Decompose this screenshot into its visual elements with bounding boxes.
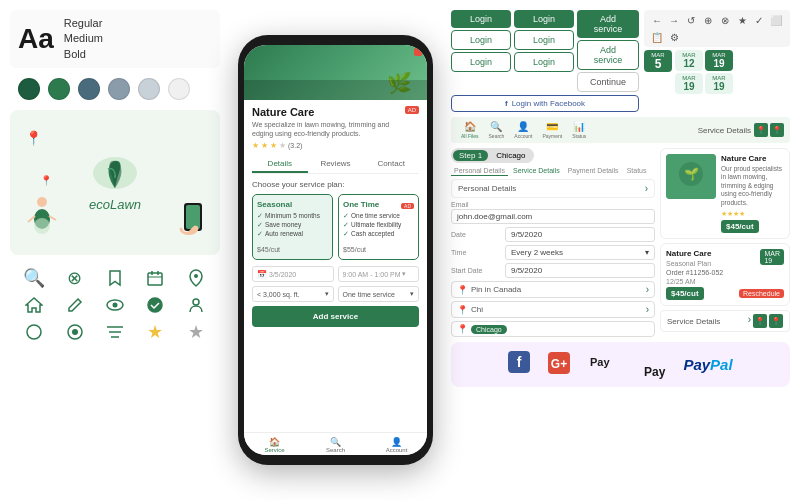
close-circle-icon[interactable]: ⊗ [58, 267, 90, 289]
radio-icon[interactable] [58, 321, 90, 343]
service-pin-icon[interactable]: 📍 [753, 314, 767, 328]
login-btn-4[interactable]: Login [514, 10, 574, 28]
login-btn-2[interactable]: Login [451, 30, 511, 50]
star-2: ★ [261, 141, 268, 150]
edit-icon[interactable] [58, 297, 90, 313]
date-card-mar5[interactable]: MAR 5 [644, 50, 672, 72]
tab-service-details[interactable]: Service Details [510, 166, 563, 176]
date-card-mar12[interactable]: MAR 12 [675, 50, 703, 71]
login-btn-6[interactable]: Login [514, 52, 574, 72]
bookmark-icon[interactable] [99, 267, 131, 289]
add-service-button[interactable]: Add service [252, 306, 419, 327]
toolbar-add-icon[interactable]: ⊕ [701, 13, 715, 27]
time-select[interactable]: Every 2 weeks▾ [505, 245, 655, 260]
apple-pay-icon[interactable]: Pay Pay [588, 350, 665, 379]
start-date-input[interactable]: 9/5/2020 [505, 263, 655, 278]
search-nav-icon: 🔍 [305, 437, 366, 447]
facebook-login-btn[interactable]: f Login with Facebook [451, 95, 639, 112]
phone-content: Nature Care We specialize in lawn mowing… [244, 100, 427, 432]
toolbar-copy-icon[interactable]: 📋 [650, 30, 664, 44]
lawn-mower-icon: 🌿 [387, 71, 412, 95]
star-full-icon[interactable]: ★ [139, 321, 171, 343]
star-1: ★ [252, 141, 259, 150]
google-plus-payment-icon[interactable]: G+ [548, 352, 570, 378]
step1-option[interactable]: Step 1 [453, 150, 488, 161]
continue-btn[interactable]: Continue [577, 72, 639, 92]
location-chevron-2[interactable]: › [646, 304, 649, 315]
service-pin-icon-2[interactable]: 📍 [769, 314, 783, 328]
nav-search[interactable]: 🔍 Search [485, 120, 509, 140]
phone-time-input[interactable]: 9:00 AM - 1:00 PM ▾ [338, 266, 420, 282]
person-illustration [20, 194, 65, 243]
tab-payment-details[interactable]: Payment Details [565, 166, 622, 176]
circle-icon[interactable] [18, 321, 50, 343]
phone-area-select[interactable]: < 3,000 sq. ft.▾ [252, 286, 334, 302]
plan-seasonal[interactable]: Seasonal ✓Minimum 5 months ✓Save money ✓… [252, 194, 333, 260]
service-card-date-2: MAR19 [760, 249, 784, 265]
nav-status[interactable]: 📊 Status [568, 120, 590, 140]
login-col-1: Login Login Login [451, 10, 511, 92]
toolbar-square-icon[interactable]: ⬜ [769, 13, 783, 27]
service-card-price-1: $45/cut [721, 220, 759, 233]
add-service-btn-1[interactable]: Add service [577, 10, 639, 38]
add-service-btn-2[interactable]: Add service [577, 40, 639, 70]
search-icon[interactable]: 🔍 [18, 267, 50, 289]
service-detail-pin-icon-2[interactable]: 📍 [770, 123, 784, 137]
chicago-option[interactable]: Chicago [490, 150, 531, 161]
nav-all-files[interactable]: 🏠 All Files [457, 120, 483, 140]
date-card-mar19-2[interactable]: MAR 19 [675, 73, 703, 94]
tab-details[interactable]: Details [252, 156, 308, 173]
service-details-chevron[interactable]: › [748, 314, 751, 328]
date-card-mar19-3[interactable]: MAR 19 [705, 73, 733, 94]
toolbar-check-icon[interactable]: ✓ [752, 13, 766, 27]
login-btn-3[interactable]: Login [451, 52, 511, 72]
facebook-payment-icon[interactable]: f [508, 351, 530, 378]
toolbar-star-icon[interactable]: ★ [735, 13, 749, 27]
date-input[interactable]: 9/5/2020 [505, 227, 655, 242]
eye-icon[interactable] [99, 297, 131, 313]
tab-personal-details[interactable]: Personal Details [451, 166, 508, 176]
location-pin-1: 📍 [457, 285, 468, 295]
nav-account[interactable]: 👤 Account [510, 120, 536, 140]
login-btn-1[interactable]: Login [451, 10, 511, 28]
phone-nav-account[interactable]: 👤 Account [366, 437, 427, 453]
tab-status[interactable]: Status [624, 166, 650, 176]
phone-service-select[interactable]: One time service▾ [338, 286, 420, 302]
toolbar-close-icon[interactable]: ⊗ [718, 13, 732, 27]
reschedule-badge[interactable]: Reschedule [739, 289, 784, 298]
payment-icon-nav: 💳 [546, 121, 558, 132]
check-circle-icon[interactable] [139, 297, 171, 313]
tab-reviews[interactable]: Reviews [308, 156, 364, 173]
filter-icon[interactable] [99, 321, 131, 343]
date-label: Date [451, 231, 501, 238]
service-details-link[interactable]: Service Details › 📍 📍 [660, 310, 790, 332]
phone-nav-service[interactable]: 🏠 Service [244, 437, 305, 453]
color-green-mid [48, 78, 70, 100]
toolbar-refresh-icon[interactable]: ↺ [684, 13, 698, 27]
toolbar-settings-icon[interactable]: ⚙ [667, 30, 681, 44]
service-card-2: Nature Care Seasonal Plan MAR19 Order #1… [660, 243, 790, 306]
paypal-payment-icon[interactable]: PayPal [683, 356, 732, 374]
nav-payment[interactable]: 💳 Payment [538, 120, 566, 140]
color-palette [10, 74, 220, 104]
phone-date-input[interactable]: 📅 3/5/2020 [252, 266, 334, 282]
plan-one-time[interactable]: One Time AD ✓One time service ✓Ultimate … [338, 194, 419, 260]
toolbar-back-icon[interactable]: ← [650, 13, 664, 27]
service-card-order: Order #11256-052 [666, 269, 784, 276]
plan-one-time-feature-2: ✓Ultimate flexibility [343, 221, 414, 229]
phone-nav-search[interactable]: 🔍 Search [305, 437, 366, 453]
person-icon[interactable] [180, 297, 212, 313]
tab-contact[interactable]: Contact [363, 156, 419, 173]
service-detail-pin-icon[interactable]: 📍 [754, 123, 768, 137]
location-chevron-1[interactable]: › [646, 284, 649, 295]
login-btn-5[interactable]: Login [514, 30, 574, 50]
service-plan-title: Choose your service plan: [252, 180, 419, 189]
toolbar-forward-icon[interactable]: → [667, 13, 681, 27]
home-icon[interactable] [18, 297, 50, 313]
calendar-icon[interactable] [139, 267, 171, 289]
personal-details-chevron[interactable]: › [645, 183, 648, 194]
map-pin-icon[interactable] [180, 267, 212, 289]
step-toggle[interactable]: Step 1 Chicago [451, 148, 534, 163]
date-card-mar19-1[interactable]: MAR 19 [705, 50, 733, 71]
email-input[interactable]: john.doe@gmail.com [451, 209, 655, 224]
